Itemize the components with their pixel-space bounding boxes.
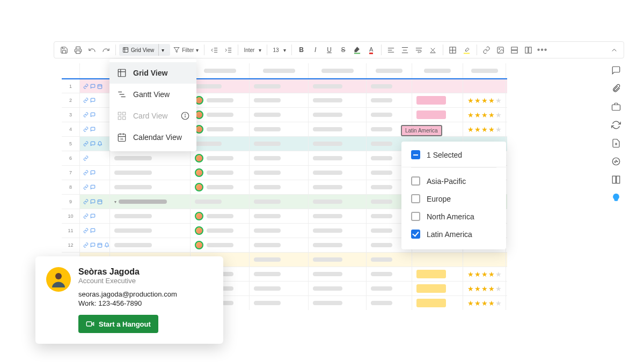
text-color-icon[interactable]: A xyxy=(365,43,378,56)
indent-icon[interactable] xyxy=(222,43,235,56)
region-tag[interactable] xyxy=(416,284,446,293)
comment-icon[interactable] xyxy=(611,65,621,75)
image-icon[interactable] xyxy=(494,43,507,56)
print-icon[interactable] xyxy=(71,43,84,56)
borders-icon[interactable] xyxy=(447,43,459,56)
row-icons[interactable] xyxy=(80,151,110,165)
checkbox-icon xyxy=(411,212,420,221)
font-family-select[interactable]: Inter▾ xyxy=(241,47,264,53)
svg-rect-54 xyxy=(612,105,620,110)
row-icons[interactable] xyxy=(80,209,110,223)
svg-rect-59 xyxy=(617,176,620,183)
row-icons[interactable] xyxy=(80,108,110,122)
filter-button[interactable]: Filter ▾ xyxy=(171,47,201,53)
region-tag[interactable] xyxy=(416,110,446,119)
attachment-icon[interactable] xyxy=(611,84,621,93)
toolbar: Grid View ▾ Filter ▾ Inter▾ 13▾ B I U S … xyxy=(54,41,624,58)
columns-icon[interactable] xyxy=(611,175,621,184)
redo-icon[interactable] xyxy=(99,43,112,56)
region-tag[interactable] xyxy=(416,96,446,105)
insert-row-icon[interactable] xyxy=(508,43,521,56)
region-option-north-america[interactable]: North America xyxy=(401,208,506,225)
region-tag[interactable] xyxy=(416,299,446,307)
clear-format-icon[interactable] xyxy=(427,43,440,56)
avatar[interactable] xyxy=(195,241,203,249)
contact-name: Seòras Jagoda xyxy=(78,267,177,277)
rating-stars: ★★★★★ xyxy=(463,267,506,281)
separator xyxy=(267,45,267,55)
file-plus-icon[interactable] xyxy=(611,138,621,148)
region-tag[interactable] xyxy=(416,270,446,278)
underline-icon[interactable]: U xyxy=(323,43,336,56)
row-number: 11 xyxy=(62,224,80,238)
view-selector-button[interactable]: Grid View ▾ xyxy=(119,44,170,56)
selected-cell-region-tag[interactable]: Latin America xyxy=(401,125,442,136)
view-option-calendar[interactable]: 31 Calendar View xyxy=(109,127,196,148)
avatar xyxy=(46,267,71,292)
briefcase-icon[interactable] xyxy=(611,102,621,112)
outdent-icon[interactable] xyxy=(208,43,221,56)
fill-color-icon[interactable] xyxy=(351,43,364,56)
rating-stars xyxy=(463,79,506,93)
activity-icon[interactable] xyxy=(611,157,621,166)
row-icons[interactable] xyxy=(80,195,110,209)
row-icons[interactable] xyxy=(80,137,110,151)
view-option-grid[interactable]: Grid View xyxy=(109,62,196,84)
collapse-toolbar-icon[interactable] xyxy=(608,43,620,56)
undo-icon[interactable] xyxy=(85,43,98,56)
svg-point-46 xyxy=(185,114,186,115)
svg-rect-0 xyxy=(76,50,80,53)
refresh-icon[interactable] xyxy=(611,120,621,130)
avatar[interactable] xyxy=(195,183,203,191)
avatar[interactable] xyxy=(195,226,203,235)
contact-email: seoras.jagoda@production.com xyxy=(78,290,177,298)
svg-point-52 xyxy=(55,273,62,279)
link-icon[interactable] xyxy=(480,43,493,56)
row-icons[interactable] xyxy=(80,166,110,180)
view-option-gantt[interactable]: Gantt View xyxy=(109,84,196,105)
chevron-down-icon: ▾ xyxy=(196,47,199,53)
view-dropdown: Grid View Gantt View Card View 31 Calend… xyxy=(109,59,196,151)
info-icon xyxy=(180,111,190,121)
row-number: 12 xyxy=(62,238,80,252)
row-icons[interactable] xyxy=(80,238,110,252)
region-option-asia-pacific[interactable]: Asia-Pacific xyxy=(401,172,506,190)
row-number: 6 xyxy=(62,151,80,165)
rating-stars: ★★★★★ xyxy=(463,282,506,295)
row-number: 7 xyxy=(62,166,80,180)
view-option-card[interactable]: Card View xyxy=(109,105,196,127)
align-left-icon[interactable] xyxy=(385,43,398,56)
avatar[interactable] xyxy=(195,154,203,162)
save-icon[interactable] xyxy=(57,43,70,56)
wrap-text-icon[interactable] xyxy=(413,43,426,56)
rating-stars: ★★★★★ xyxy=(463,122,506,136)
row-icons[interactable] xyxy=(80,122,110,136)
more-icon[interactable]: ••• xyxy=(536,43,549,56)
strikethrough-icon[interactable]: S xyxy=(337,43,350,56)
highlight-icon[interactable] xyxy=(460,43,473,56)
align-vertical-icon[interactable] xyxy=(399,43,412,56)
svg-rect-1 xyxy=(123,48,128,53)
separator xyxy=(115,45,116,55)
row-icons[interactable] xyxy=(80,79,110,93)
contact-title: Account Executive xyxy=(78,277,177,285)
row-icons[interactable] xyxy=(80,180,110,194)
bold-icon[interactable]: B xyxy=(295,43,308,56)
start-hangout-button[interactable]: Start a Hangout xyxy=(78,315,158,333)
row-icons[interactable] xyxy=(80,93,110,107)
merge-icon[interactable] xyxy=(522,43,535,56)
lightbulb-icon[interactable] xyxy=(611,193,621,203)
region-option-europe[interactable]: Europe xyxy=(401,190,506,208)
avatar[interactable] xyxy=(195,168,203,177)
row-number: 8 xyxy=(62,180,80,194)
region-option-latin-america[interactable]: Latin America xyxy=(401,225,506,243)
svg-rect-43 xyxy=(123,117,126,120)
region-selected-count: 1 Selected xyxy=(401,150,506,167)
region-filter-dropdown: 1 Selected Asia-Pacific Europe North Ame… xyxy=(401,142,506,249)
row-icons[interactable] xyxy=(80,224,110,238)
font-size-select[interactable]: 13▾ xyxy=(270,47,288,53)
checkbox-indeterminate-icon[interactable] xyxy=(411,150,420,159)
italic-icon[interactable]: I xyxy=(309,43,322,56)
svg-rect-53 xyxy=(86,322,91,326)
avatar[interactable] xyxy=(195,212,203,220)
